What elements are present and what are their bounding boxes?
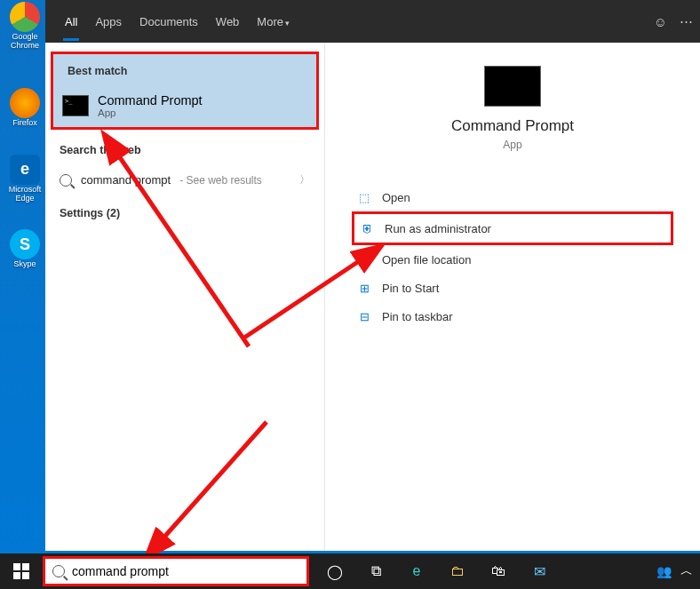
taskbar: ◯ ⧉ e 🗀 🛍 ✉ 👥 ︿ [0, 553, 700, 589]
desktop-icon-label: Firefox [4, 119, 46, 128]
pin-start-icon: ⊞ [357, 281, 371, 295]
action-run-as-administrator[interactable]: ⛨ Run as administrator [352, 211, 673, 245]
more-options-icon[interactable]: ⋯ [680, 13, 693, 29]
web-query-hint: - See web results [179, 174, 262, 187]
best-match-highlight-box: Best match Command Prompt App [51, 52, 319, 130]
action-pin-to-taskbar[interactable]: ⊟ Pin to taskbar [352, 302, 673, 330]
folder-icon: 🗀 [357, 252, 371, 267]
taskbar-pinned-apps: ◯ ⧉ e 🗀 🛍 ✉ [316, 553, 558, 589]
desktop-icon-skype[interactable]: S Skype [4, 229, 46, 269]
feedback-icon[interactable]: ☺ [654, 14, 667, 29]
action-open[interactable]: ⬚ Open [352, 183, 673, 211]
result-actions: ⬚ Open ⛨ Run as administrator 🗀 Open fil… [325, 183, 700, 330]
chevron-right-icon: 〉 [299, 172, 310, 187]
desktop-icon-chrome[interactable]: Google Chrome [4, 2, 46, 51]
windows-logo-icon [13, 563, 29, 579]
action-label: Pin to Start [382, 282, 439, 295]
tab-apps[interactable]: Apps [86, 3, 131, 41]
desktop-icon-edge[interactable]: e Microsoft Edge [4, 155, 46, 203]
result-subtitle: App [325, 139, 700, 151]
tray-chevron-up-icon[interactable]: ︿ [680, 563, 693, 579]
search-tabs: All Apps Documents Web More ☺ ⋯ [45, 0, 700, 43]
start-button[interactable] [0, 553, 43, 589]
search-web-label: Search the web [45, 133, 324, 163]
action-pin-to-start[interactable]: ⊞ Pin to Start [352, 274, 673, 302]
admin-shield-icon: ⛨ [360, 221, 374, 235]
tab-more[interactable]: More [248, 3, 298, 41]
action-open-file-location[interactable]: 🗀 Open file location [352, 245, 673, 274]
system-tray: 👥 ︿ [656, 553, 693, 589]
search-results-panel: All Apps Documents Web More ☺ ⋯ Best mat… [45, 0, 700, 551]
tab-web[interactable]: Web [207, 3, 249, 41]
people-icon[interactable]: 👥 [656, 564, 672, 578]
mail-icon[interactable]: ✉ [521, 553, 558, 589]
tab-all[interactable]: All [56, 3, 86, 41]
edge-taskbar-icon[interactable]: e [398, 553, 435, 589]
settings-section-label[interactable]: Settings (2) [45, 196, 324, 227]
desktop: Google Chrome Firefox e Microsoft Edge S… [0, 0, 49, 556]
best-match-subtitle: App [98, 107, 203, 118]
open-icon: ⬚ [357, 190, 371, 204]
desktop-icon-firefox[interactable]: Firefox [4, 88, 46, 128]
best-match-label: Best match [53, 54, 316, 84]
web-search-result[interactable]: command prompt - See web results 〉 [45, 163, 324, 196]
desktop-icon-label: Google Chrome [4, 33, 46, 51]
file-explorer-icon[interactable]: 🗀 [439, 553, 476, 589]
action-label: Open file location [382, 253, 471, 267]
command-prompt-large-icon [484, 66, 541, 107]
microsoft-store-icon[interactable]: 🛍 [480, 553, 517, 589]
command-prompt-icon [62, 95, 89, 116]
desktop-icon-label: Microsoft Edge [4, 186, 46, 203]
tab-documents[interactable]: Documents [131, 3, 207, 41]
search-icon [52, 565, 65, 577]
action-label: Run as administrator [385, 222, 491, 235]
search-icon [60, 174, 72, 187]
results-left-column: Best match Command Prompt App Search the… [45, 43, 324, 551]
best-match-item[interactable]: Command Prompt App [53, 84, 316, 127]
cortana-icon[interactable]: ◯ [316, 553, 354, 589]
search-input[interactable] [72, 564, 299, 578]
web-query-text: command prompt [81, 173, 171, 187]
taskbar-search-box[interactable] [43, 556, 309, 586]
task-view-icon[interactable]: ⧉ [357, 553, 394, 589]
action-label: Open [382, 191, 410, 204]
result-title: Command Prompt [325, 117, 700, 135]
action-label: Pin to taskbar [382, 310, 453, 323]
desktop-icon-label: Skype [4, 260, 46, 269]
result-details-column: Command Prompt App ⬚ Open ⛨ Run as admin… [324, 43, 700, 551]
pin-taskbar-icon: ⊟ [357, 309, 371, 323]
best-match-title: Command Prompt [98, 93, 203, 107]
